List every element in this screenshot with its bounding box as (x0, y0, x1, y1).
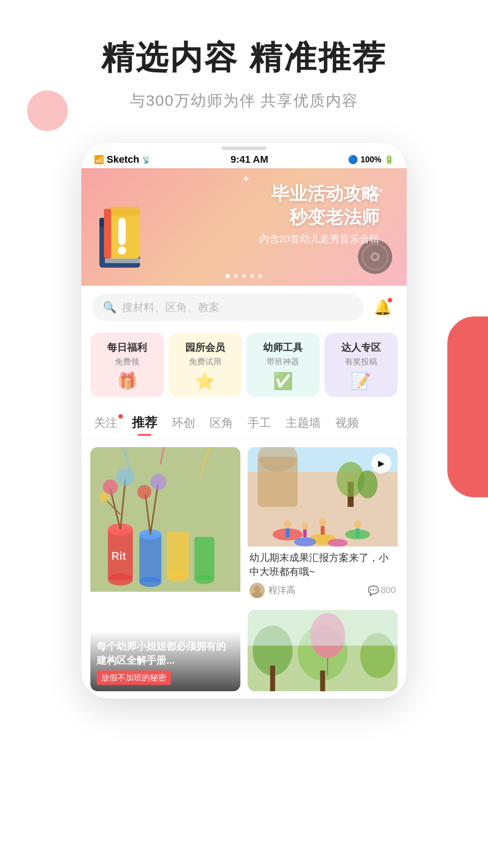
status-right: 🔵 100% 🔋 (348, 155, 394, 165)
feature-member-icon: ⭐ (195, 372, 215, 391)
svg-rect-53 (321, 526, 325, 535)
hero-banner[interactable]: ♪ ✦ ✦ 毕业活动攻略 秒变老法师 内含20首幼儿走秀音乐合辑 (81, 168, 407, 286)
svg-text:Rit: Rit (111, 550, 126, 562)
feature-card-member[interactable]: 园所会员 免费试用 ⭐ (169, 333, 242, 397)
svg-rect-64 (270, 665, 275, 691)
tab-navigation: 关注 推荐 环创 区角 手工 主题墙 视频 (81, 406, 407, 440)
search-icon: 🔍 (103, 301, 117, 314)
tab-qujiao[interactable]: 区角 (208, 411, 235, 434)
feature-card-tools[interactable]: 幼师工具 带班神器 ✅ (246, 333, 320, 397)
feature-member-sub: 免费试用 (189, 356, 221, 367)
feature-tools-title: 幼师工具 (263, 341, 303, 354)
feature-card-expert[interactable]: 达人专区 有奖投稿 📝 (324, 333, 398, 397)
pink-circle-decor (27, 90, 68, 131)
tab-shougong[interactable]: 手工 (246, 411, 273, 434)
svg-rect-21 (167, 532, 189, 577)
hero-title: 精选内容 精准推荐 (18, 36, 470, 80)
content-card-craft[interactable]: Rit 每个幼师小姐姐都必须拥有的建构区全解手册... 放假不加班的秘密 (90, 447, 240, 691)
tab-tuijian[interactable]: 推荐 (130, 410, 159, 435)
card-author: 程沣高 (249, 583, 296, 598)
hero-subtitle: 与300万幼师为伴 共享优质内容 (18, 90, 470, 111)
outdoor-card-title: 幼儿期末成果汇报方案来了，小中大班都有哦~ (249, 551, 396, 579)
content-card-bottom[interactable] (248, 610, 398, 691)
svg-point-50 (284, 520, 292, 528)
svg-point-12 (373, 255, 377, 259)
outdoor-card-meta: 程沣高 💬 800 (249, 583, 396, 598)
card-likes: 💬 800 (368, 585, 396, 596)
battery-icon: 🔋 (384, 155, 394, 165)
svg-rect-5 (118, 218, 126, 245)
banner-book-illustration (95, 204, 154, 277)
craft-image: Rit (90, 447, 240, 592)
signal-icon: 📶 (94, 155, 104, 165)
svg-point-59 (254, 586, 260, 592)
feature-daily-icon: 🎁 (117, 372, 137, 391)
craft-card-overlay: 每个幼师小姐姐都必须拥有的建构区全解手册... 放假不加班的秘密 (90, 631, 240, 691)
feature-expert-title: 达人专区 (341, 341, 381, 354)
comment-icon: 💬 (368, 585, 379, 596)
svg-point-32 (137, 485, 151, 499)
tab-zhutiqiang[interactable]: 主题墙 (284, 411, 323, 434)
svg-point-48 (294, 538, 316, 547)
tab-huanchuang[interactable]: 环创 (170, 411, 197, 434)
svg-point-44 (357, 470, 377, 498)
right-column: ▶ 幼儿期末成果汇报方案来了，小中大班都有哦~ (248, 447, 398, 691)
banner-pagination-dots (225, 274, 263, 278)
svg-point-6 (118, 246, 126, 255)
tab-guanzhu[interactable]: 关注 (92, 411, 119, 434)
svg-rect-66 (320, 670, 325, 691)
feature-member-title: 园所会员 (185, 341, 225, 354)
svg-rect-55 (356, 528, 360, 538)
search-section: 🔍 搜材料、区角、教案 🔔 (81, 286, 407, 329)
wifi-icon: 📡 (142, 156, 151, 164)
feature-expert-icon: 📝 (351, 372, 371, 391)
battery-label: 100% (361, 155, 381, 165)
craft-card-text: 每个幼师小姐姐都必须拥有的建构区全解手册... (97, 640, 234, 668)
content-card-outdoor[interactable]: ▶ 幼儿期末成果汇报方案来了，小中大班都有哦~ (248, 447, 398, 603)
status-bar: 📶 Sketch 📡 9:41 AM 🔵 100% 🔋 (81, 149, 407, 168)
tab-shipin[interactable]: 视频 (333, 411, 361, 434)
banner-dot-4[interactable] (250, 274, 254, 278)
search-bar[interactable]: 🔍 搜材料、区角、教案 (92, 294, 363, 321)
svg-rect-18 (139, 534, 161, 582)
craft-card-tag: 放假不加班的秘密 (97, 670, 171, 685)
feature-daily-sub: 免费领 (115, 356, 139, 367)
likes-count: 800 (381, 585, 396, 595)
notification-button[interactable]: 🔔 (370, 294, 396, 321)
notification-dot (387, 297, 393, 303)
bluetooth-icon: 🔵 (348, 155, 358, 165)
feature-tools-sub: 带班神器 (267, 356, 299, 367)
svg-point-56 (302, 522, 309, 529)
hero-section: 精选内容 精准推荐 与300万幼师为伴 共享优质内容 (0, 0, 488, 129)
banner-dot-5[interactable] (258, 274, 263, 278)
tab-guanzhu-dot (118, 414, 123, 419)
banner-dot-2[interactable] (234, 274, 238, 278)
author-name-label: 程沣高 (268, 584, 296, 596)
bottom-image (248, 610, 398, 691)
svg-point-27 (103, 479, 118, 494)
svg-rect-7 (105, 259, 141, 263)
search-placeholder: 搜材料、区角、教案 (122, 300, 220, 315)
banner-dot-3[interactable] (242, 274, 246, 278)
banner-dot-1[interactable] (225, 274, 230, 278)
svg-rect-4 (104, 209, 111, 259)
feature-card-daily[interactable]: 每日福利 免费领 🎁 (90, 333, 164, 397)
feature-expert-sub: 有奖投稿 (345, 356, 377, 367)
svg-rect-70 (248, 610, 398, 646)
status-left: 📶 Sketch 📡 (94, 154, 151, 165)
feature-tools-icon: ✅ (273, 372, 293, 391)
phone-wrapper: 📶 Sketch 📡 9:41 AM 🔵 100% 🔋 (0, 143, 488, 698)
content-grid: Rit 每个幼师小姐姐都必须拥有的建构区全解手册... 放假不加班的秘密 (81, 440, 407, 698)
svg-rect-23 (194, 537, 214, 580)
svg-point-28 (117, 468, 135, 486)
svg-point-52 (319, 518, 327, 526)
phone-notch-bar (81, 143, 407, 149)
svg-point-29 (99, 492, 109, 502)
banner-title-line1: 毕业活动攻略 (259, 182, 380, 205)
carrier-label: Sketch (107, 154, 139, 165)
svg-point-33 (150, 474, 166, 490)
author-avatar (249, 583, 265, 598)
svg-rect-57 (303, 529, 307, 538)
feature-daily-title: 每日福利 (107, 341, 147, 354)
play-button[interactable]: ▶ (371, 453, 391, 473)
